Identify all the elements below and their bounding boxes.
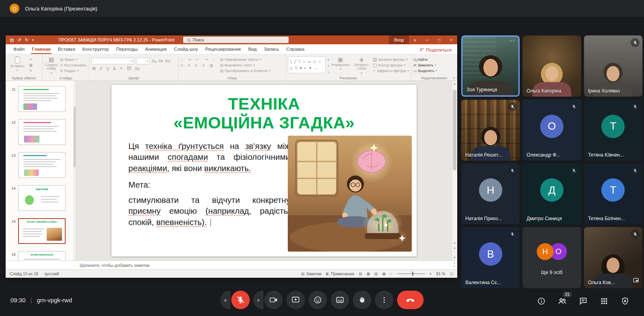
new-slide-button[interactable]: ▦ Создать слайд ▾ <box>45 56 58 75</box>
participant-tile[interactable]: Т Тетяна Ювчен... <box>584 99 642 161</box>
participant-tile[interactable]: Наталія Решет... <box>461 99 520 161</box>
thumbnail-slide-11[interactable]: 11 <box>6 83 76 116</box>
italic-button[interactable]: К <box>100 67 102 71</box>
search-box[interactable]: Поиск <box>183 37 289 43</box>
thumbnail-scrollbar-thumb[interactable] <box>74 107 76 167</box>
slide-title[interactable]: ТЕХНІКА «ЕМОЦІЙНА ЗГАДКА» <box>116 95 413 132</box>
notes-resize-icons[interactable]: ∧ ∨ <box>453 261 455 268</box>
shapes-gallery-scroll[interactable]: ▴ ▾ ≡ <box>328 56 329 75</box>
participant-tile[interactable]: О Олександр Ф... <box>522 99 581 161</box>
align-center-button[interactable]: ≡ <box>188 64 190 68</box>
participant-tile[interactable]: Т Тетяна Білічен... <box>584 163 642 225</box>
tab-slideshow[interactable]: Слайд-шоу <box>170 45 202 54</box>
thumbnail-slide-13[interactable]: 13 <box>6 149 76 182</box>
font-name-combo[interactable]: ▾ <box>91 58 134 64</box>
participant-tile[interactable]: Ольга Ков... <box>584 227 642 288</box>
shared-powerpoint-window[interactable]: ▤ ↺ ↻ ▾ ПРОЄКТ ЗАВЖДИ ПОРУЧ КВІЗ-ГРА 2.1… <box>6 35 457 278</box>
slide-body-text[interactable]: Ця техніка ґрунтується на зв'язку між на… <box>128 140 290 233</box>
restore-icon[interactable]: □ <box>433 35 445 44</box>
arrange-button[interactable]: ▣ Упорядочить ▾ <box>331 56 350 75</box>
thumbnail-slide-15-selected[interactable]: 15 ТЕХНІКА «ЕМОЦІЙНА ЗГАДКА» <box>6 215 76 248</box>
tab-record[interactable]: Запись <box>260 45 283 54</box>
shape-outline-button[interactable]: Контур фигуры▾ <box>373 63 409 67</box>
scrollbar-thumb[interactable] <box>453 90 456 170</box>
chat-button[interactable] <box>578 296 588 306</box>
host-controls-button[interactable] <box>620 296 630 306</box>
previous-slide-icon[interactable]: ▴ <box>452 241 457 244</box>
normal-view-icon[interactable]: ▥ <box>359 272 362 276</box>
participant-tile[interactable]: Н Наталія Прихо... <box>461 163 520 225</box>
captions-button[interactable] <box>331 291 349 309</box>
redo-icon[interactable]: ↻ <box>25 37 29 43</box>
paste-button[interactable]: Вставить ▾ <box>8 56 27 75</box>
shapes-gallery[interactable]: ╲ ╱ □ ○ ▭ ◇ ☆ △ ▽ ● ◐ ✦ → <box>288 56 326 73</box>
decrease-indent-button[interactable]: ⇠ <box>196 58 200 62</box>
save-icon[interactable]: ▤ <box>10 37 14 43</box>
tab-help[interactable]: Справка <box>283 45 308 54</box>
align-text-button[interactable]: ▥Выровнять текст▾ <box>220 63 270 67</box>
slideshow-view-icon[interactable]: ▣ <box>382 272 386 276</box>
layout-button[interactable]: ▥Макет▾ <box>60 58 87 62</box>
participant-tile[interactable]: Д Дмитро Синиця <box>522 163 581 225</box>
copy-icon[interactable]: ▣ <box>29 63 33 67</box>
proofing-language[interactable]: русский <box>45 272 59 276</box>
shape-effects-button[interactable]: ◐Эффекты фигуры▾ <box>373 69 409 73</box>
reset-button[interactable]: ↺Восстановить <box>60 63 87 67</box>
participant-tile[interactable]: Ольга Капоріна <box>522 35 581 97</box>
quick-styles-button[interactable]: ◈ Экспресс-стили ▾ <box>352 56 371 75</box>
decrease-font-button[interactable]: А▾ <box>159 59 163 63</box>
more-options-button[interactable] <box>375 291 394 309</box>
justify-button[interactable]: ≡ <box>202 64 205 68</box>
underline-button[interactable]: Ч <box>106 67 109 71</box>
change-case-button[interactable]: Аа <box>165 59 170 63</box>
font-color-button[interactable]: Аа <box>135 67 140 71</box>
fit-to-window-icon[interactable]: ◱ <box>450 272 453 276</box>
current-slide[interactable]: ТЕХНІКА «ЕМОЦІЙНА ЗГАДКА» Ця техніка ґру… <box>111 85 417 256</box>
overflow-participants-tile[interactable]: Н О Ще 9 осіб <box>522 227 581 288</box>
zoom-in-button[interactable]: + <box>429 272 432 276</box>
thumbnail-slide-12[interactable]: 12 <box>6 116 76 149</box>
end-call-button[interactable] <box>397 291 424 309</box>
undo-icon[interactable]: ↺ <box>17 37 21 43</box>
vertical-scrollbar[interactable]: ▴ ▴ ▾ ▾ <box>452 81 457 260</box>
participants-button[interactable]: 21 <box>557 296 568 306</box>
collapse-ribbon-icon[interactable]: ∧ <box>453 76 455 80</box>
format-painter-icon[interactable]: ✎ <box>29 69 33 73</box>
section-button[interactable]: ≣Раздел▾ <box>60 69 87 73</box>
slide-thumbnail-panel[interactable]: 11 12 <box>6 81 76 260</box>
find-button[interactable]: Найти <box>413 58 437 62</box>
bold-button[interactable]: Ж <box>92 67 96 71</box>
tab-home[interactable]: Главная <box>28 45 54 54</box>
activities-button[interactable] <box>599 296 609 306</box>
participant-tile[interactable]: Ірина Холявко <box>584 35 642 97</box>
thumbnail-slide-14[interactable]: 14 ВІДПОВІДІ <box>6 182 76 215</box>
sign-in-button[interactable]: Вход <box>389 35 409 44</box>
tab-file[interactable]: Файл <box>10 45 28 54</box>
replace-button[interactable]: ⇄Заменить▾ <box>413 63 437 67</box>
tab-design[interactable]: Конструктор <box>79 45 113 54</box>
mic-options-chevron[interactable]: ∧ <box>221 291 231 309</box>
ribbon-display-options-icon[interactable]: ∨ <box>409 35 421 44</box>
slide-sorter-view-icon[interactable]: ▦ <box>366 272 370 276</box>
present-screen-button[interactable] <box>287 291 305 309</box>
share-button[interactable]: Поделиться <box>419 48 452 54</box>
columns-button[interactable]: ▥ <box>209 64 213 68</box>
tab-transitions[interactable]: Переходы <box>112 45 141 54</box>
tile-options-icon[interactable]: ⋯ <box>508 37 515 45</box>
shape-fill-button[interactable]: Заливка фигуры▾ <box>373 58 409 62</box>
numbering-button[interactable]: ∺ <box>188 58 191 62</box>
meeting-details-button[interactable] <box>536 296 547 306</box>
tab-view[interactable]: Вид <box>245 45 260 54</box>
tab-animations[interactable]: Анимация <box>141 45 170 54</box>
close-icon[interactable]: × <box>445 35 457 44</box>
camera-button[interactable] <box>264 291 283 309</box>
next-slide-icon[interactable]: ▾ <box>452 247 457 250</box>
zoom-out-button[interactable]: − <box>390 272 392 276</box>
increase-indent-button[interactable]: ⇢ <box>204 58 208 62</box>
align-left-button[interactable]: ≡ <box>181 64 183 68</box>
reading-view-icon[interactable]: ▤ <box>374 272 378 276</box>
thumbnail-slide-16[interactable]: 16 КРОКИ ВИКОНАННЯ <box>6 248 76 260</box>
thumbnail-scrollbar[interactable] <box>73 81 76 260</box>
font-size-combo[interactable]: ▾ <box>136 58 150 64</box>
text-shadow-button[interactable]: ✎ <box>120 67 123 71</box>
